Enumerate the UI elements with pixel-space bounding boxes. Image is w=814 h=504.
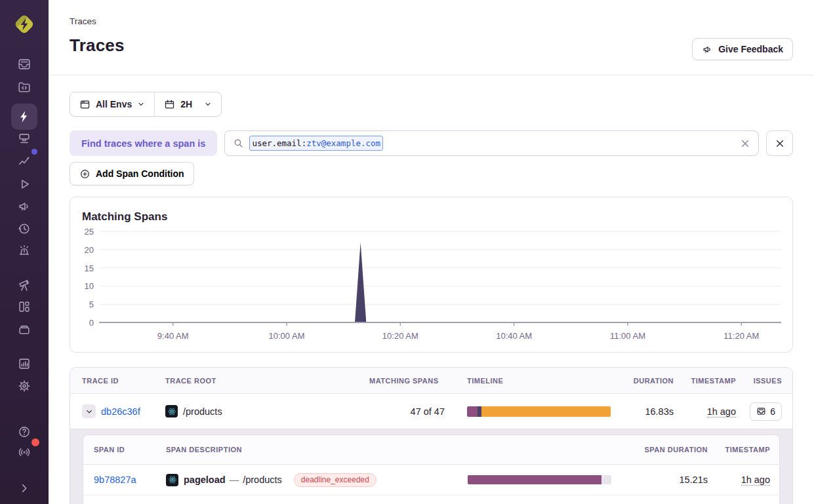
page-title: Traces — [70, 35, 793, 56]
content: All Envs 2H Find traces where a span is … — [49, 75, 814, 504]
span-op: pageload — [184, 475, 226, 485]
stamp-icon — [17, 132, 31, 146]
col-matching-spans: Matching Spans — [369, 377, 445, 385]
window-icon — [79, 99, 91, 110]
span-duration: 15.21s — [612, 475, 708, 485]
col-span-description: Span Description — [166, 446, 468, 454]
sidebar-item-replays[interactable] — [13, 173, 35, 195]
sidebar-item-history[interactable] — [13, 218, 35, 240]
give-feedback-button[interactable]: Give Feedback — [692, 38, 793, 60]
collapse-trace-button[interactable] — [82, 404, 96, 418]
col-timeline: Timeline — [467, 377, 622, 385]
react-icon — [167, 407, 176, 416]
react-platform-icon — [166, 474, 178, 486]
sidebar-item-stats[interactable] — [13, 353, 35, 375]
span-condition-row: Find traces where a span is user.email:z… — [70, 130, 793, 156]
trace-table: Trace ID Trace Root Matching Spans Timel… — [70, 367, 793, 504]
time-range-label: 2H — [180, 99, 192, 109]
plus-circle-icon — [79, 168, 91, 180]
sidebar-item-alerts[interactable] — [13, 240, 35, 262]
svg-text:10:00 AM: 10:00 AM — [269, 331, 305, 341]
sidebar-item-discover[interactable] — [13, 274, 35, 296]
breadcrumb[interactable]: Traces — [70, 16, 793, 27]
svg-text:10:40 AM: 10:40 AM — [496, 331, 532, 341]
sidebar-item-archive[interactable] — [13, 319, 35, 341]
svg-text:11:20 AM: 11:20 AM — [723, 331, 759, 341]
dash-separator: — — [230, 475, 239, 485]
issues-count: 6 — [770, 406, 775, 417]
trace-root-name: /products — [183, 406, 222, 417]
span-table-header: Span ID Span Description Span Duration T… — [83, 435, 779, 465]
give-feedback-label: Give Feedback — [718, 44, 783, 54]
add-span-condition-label: Add Span Condition — [96, 168, 184, 179]
matching-spans-chart: 05101520259:40 AM10:00 AM10:20 AM10:40 A… — [82, 226, 782, 353]
chart-title: Matching Spans — [82, 210, 781, 223]
chevron-down-icon — [85, 408, 93, 416]
search-token[interactable]: user.email:ztv@example.com — [249, 136, 383, 151]
span-status-badge: deadline_exceeded — [294, 473, 376, 487]
sidebar — [0, 0, 49, 504]
calendar-icon — [164, 99, 175, 110]
help-icon — [17, 425, 31, 439]
sidebar-item-projects[interactable] — [13, 76, 35, 98]
span-row: 9b78827a — [83, 465, 779, 495]
megaphone-icon — [702, 44, 713, 55]
play-icon — [17, 177, 31, 191]
page-header: Traces Traces Give Feedback — [49, 0, 814, 75]
sentry-logo-icon — [11, 11, 37, 37]
sidebar-item-issues[interactable] — [13, 53, 35, 75]
span-search-input[interactable]: user.email:ztv@example.com — [224, 130, 759, 156]
siren-icon — [17, 244, 31, 258]
matching-spans-count: 47 of 47 — [369, 406, 445, 417]
svg-text:10: 10 — [85, 281, 94, 291]
inbox-icon — [756, 406, 766, 416]
sentry-logo[interactable] — [10, 10, 38, 38]
col-span-duration: Span Duration — [612, 446, 708, 454]
span-timeline-bar — [468, 475, 611, 484]
svg-text:11:00 AM: 11:00 AM — [610, 331, 645, 341]
chevron-down-icon — [204, 100, 212, 108]
gear-icon — [17, 379, 31, 393]
span-description: /products — [243, 475, 282, 485]
expanded-trace-panel: Span ID Span Description Span Duration T… — [70, 429, 792, 504]
trace-row: db26c36f /products — [70, 394, 792, 429]
svg-text:25: 25 — [85, 227, 94, 237]
span-table: Span ID Span Description Span Duration T… — [83, 435, 780, 504]
trace-id-link[interactable]: db26c36f — [101, 406, 140, 417]
sidebar-item-feedback[interactable] — [13, 195, 35, 218]
telescope-icon — [17, 278, 31, 292]
notification-dot — [31, 149, 37, 155]
environment-selector[interactable]: All Envs — [70, 92, 154, 116]
clear-search-icon[interactable] — [739, 137, 752, 150]
trace-issues-button[interactable]: 6 — [750, 402, 782, 421]
clock-history-icon — [17, 222, 31, 236]
chevron-down-icon — [137, 100, 145, 108]
chart-line-icon — [17, 154, 31, 168]
trace-table-header: Trace ID Trace Root Matching Spans Timel… — [70, 368, 792, 394]
span-id-link[interactable]: 9b78827a — [94, 475, 136, 485]
trace-duration: 16.83s — [622, 406, 674, 417]
condition-label: Find traces where a span is — [70, 130, 217, 156]
trace-timestamp: 1h ago — [707, 406, 736, 417]
svg-text:20: 20 — [85, 245, 94, 255]
environment-label: All Envs — [96, 99, 132, 109]
svg-text:9:40 AM: 9:40 AM — [157, 331, 189, 341]
remove-condition-button[interactable] — [766, 130, 793, 156]
time-range-selector[interactable]: 2H — [155, 92, 221, 116]
sidebar-item-stamp[interactable] — [13, 128, 35, 150]
sidebar-item-settings[interactable] — [13, 375, 35, 397]
col-span-timestamp: Timestamp — [708, 446, 770, 454]
trace-timeline-bar — [467, 406, 611, 417]
sidebar-item-insights[interactable] — [13, 150, 35, 172]
matching-spans-chart-card: Matching Spans 05101520259:40 AM10:00 AM… — [70, 197, 793, 353]
sidebar-collapse-toggle[interactable] — [13, 477, 35, 499]
sidebar-item-whats-new[interactable] — [13, 441, 35, 463]
sidebar-item-traces[interactable] — [11, 104, 37, 130]
sidebar-item-dashboards[interactable] — [13, 296, 35, 318]
token-value: ztv@example.com — [306, 137, 380, 149]
add-span-condition-button[interactable]: Add Span Condition — [70, 162, 194, 185]
megaphone-icon — [17, 199, 31, 214]
col-trace-root: Trace Root — [165, 377, 369, 385]
col-duration: Duration — [622, 377, 674, 385]
col-timestamp: Timestamp — [674, 377, 736, 385]
